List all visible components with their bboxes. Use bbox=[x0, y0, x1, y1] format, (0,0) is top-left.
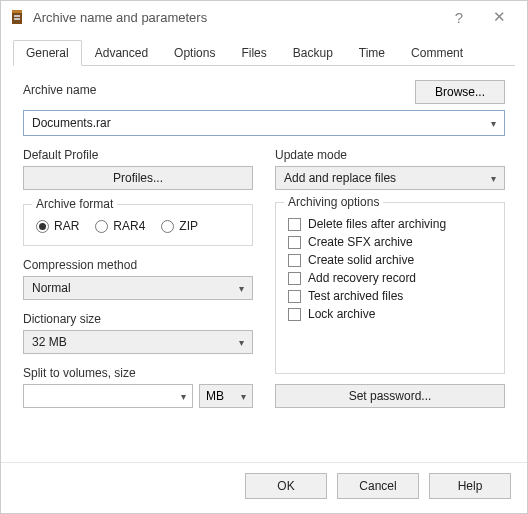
archive-format-group: Archive format RAR RAR4 ZIP bbox=[23, 204, 253, 246]
archive-name-combo[interactable]: Documents.rar ▾ bbox=[23, 110, 505, 136]
opt-create-solid[interactable]: Create solid archive bbox=[288, 253, 492, 267]
format-rar[interactable]: RAR bbox=[36, 219, 79, 233]
radio-dot-icon bbox=[36, 220, 49, 233]
update-mode-select[interactable]: Add and replace files ▾ bbox=[275, 166, 505, 190]
archive-format-legend: Archive format bbox=[32, 197, 117, 211]
chevron-down-icon: ▾ bbox=[239, 337, 244, 348]
opt-add-recovery[interactable]: Add recovery record bbox=[288, 271, 492, 285]
svg-rect-1 bbox=[12, 10, 22, 13]
help-icon[interactable]: ? bbox=[439, 9, 479, 26]
archiving-options-legend: Archiving options bbox=[284, 195, 383, 209]
chevron-down-icon: ▾ bbox=[241, 391, 246, 402]
format-rar4[interactable]: RAR4 bbox=[95, 219, 145, 233]
default-profile-label: Default Profile bbox=[23, 148, 253, 162]
compression-method-label: Compression method bbox=[23, 258, 253, 272]
radio-dot-icon bbox=[161, 220, 174, 233]
titlebar: Archive name and parameters ? ✕ bbox=[1, 1, 527, 33]
opt-lock-archive[interactable]: Lock archive bbox=[288, 307, 492, 321]
chevron-down-icon: ▾ bbox=[239, 283, 244, 294]
dictionary-size-label: Dictionary size bbox=[23, 312, 253, 326]
opt-delete-files[interactable]: Delete files after archiving bbox=[288, 217, 492, 231]
archive-name-value: Documents.rar bbox=[32, 116, 491, 130]
archiving-options-group: Archiving options Delete files after arc… bbox=[275, 202, 505, 374]
left-column: Default Profile Profiles... Archive form… bbox=[23, 148, 253, 408]
ok-button[interactable]: OK bbox=[245, 473, 327, 499]
dialog-footer: OK Cancel Help bbox=[1, 462, 527, 513]
tab-general[interactable]: General bbox=[13, 40, 82, 66]
split-size-combo[interactable]: ▾ bbox=[23, 384, 193, 408]
opt-create-sfx[interactable]: Create SFX archive bbox=[288, 235, 492, 249]
split-unit-select[interactable]: MB ▾ bbox=[199, 384, 253, 408]
tab-advanced[interactable]: Advanced bbox=[82, 40, 161, 66]
tab-files[interactable]: Files bbox=[228, 40, 279, 66]
checkbox-icon bbox=[288, 272, 301, 285]
checkbox-icon bbox=[288, 218, 301, 231]
close-icon[interactable]: ✕ bbox=[479, 8, 519, 26]
checkbox-icon bbox=[288, 254, 301, 267]
dialog-body: Archive name Browse... Documents.rar ▾ D… bbox=[1, 66, 527, 462]
split-volumes-label: Split to volumes, size bbox=[23, 366, 253, 380]
chevron-down-icon: ▾ bbox=[491, 118, 496, 129]
checkbox-icon bbox=[288, 236, 301, 249]
archive-dialog: Archive name and parameters ? ✕ General … bbox=[0, 0, 528, 514]
radio-dot-icon bbox=[95, 220, 108, 233]
checkbox-icon bbox=[288, 308, 301, 321]
app-icon bbox=[9, 9, 25, 25]
tab-backup[interactable]: Backup bbox=[280, 40, 346, 66]
svg-rect-3 bbox=[14, 18, 20, 20]
chevron-down-icon: ▾ bbox=[491, 173, 496, 184]
checkbox-icon bbox=[288, 290, 301, 303]
tab-options[interactable]: Options bbox=[161, 40, 228, 66]
set-password-button[interactable]: Set password... bbox=[275, 384, 505, 408]
right-column: Update mode Add and replace files ▾ Arch… bbox=[275, 148, 505, 408]
svg-rect-2 bbox=[14, 15, 20, 17]
cancel-button[interactable]: Cancel bbox=[337, 473, 419, 499]
dictionary-size-select[interactable]: 32 MB ▾ bbox=[23, 330, 253, 354]
archive-name-label: Archive name bbox=[23, 83, 96, 97]
window-title: Archive name and parameters bbox=[33, 10, 439, 25]
browse-button[interactable]: Browse... bbox=[415, 80, 505, 104]
tab-strip: General Advanced Options Files Backup Ti… bbox=[13, 39, 515, 66]
tab-time[interactable]: Time bbox=[346, 40, 398, 66]
format-zip[interactable]: ZIP bbox=[161, 219, 198, 233]
opt-test-files[interactable]: Test archived files bbox=[288, 289, 492, 303]
tab-comment[interactable]: Comment bbox=[398, 40, 476, 66]
profiles-button[interactable]: Profiles... bbox=[23, 166, 253, 190]
compression-method-select[interactable]: Normal ▾ bbox=[23, 276, 253, 300]
chevron-down-icon: ▾ bbox=[181, 391, 186, 402]
help-button[interactable]: Help bbox=[429, 473, 511, 499]
update-mode-label: Update mode bbox=[275, 148, 505, 162]
